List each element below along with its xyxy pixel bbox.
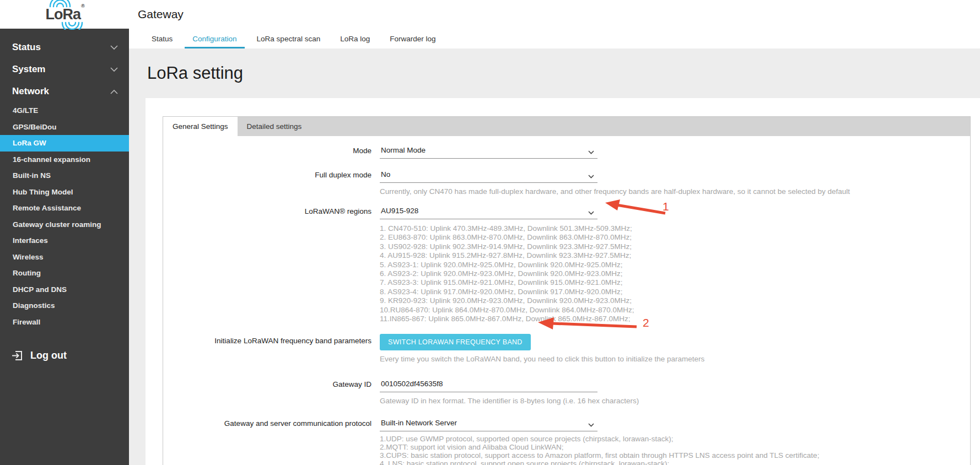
settings-tab-label: Detailed settings	[247, 122, 302, 131]
protocol-label: Gateway and server communication protoco…	[163, 417, 380, 428]
lora-logo-waves-bottom-icon	[60, 21, 85, 30]
protocol-select-value: Built-in Network Server	[381, 419, 457, 427]
page-tab[interactable]: Configuration	[182, 29, 246, 48]
sidebar-item[interactable]: Firewall	[0, 314, 129, 331]
page-tab-label: Status	[152, 35, 173, 43]
sidebar-item-label: Routing	[13, 269, 41, 277]
sidebar-item-label: Diagnostics	[13, 301, 55, 310]
sidebar-section-status[interactable]: Status	[0, 36, 129, 58]
full-duplex-select[interactable]: No	[380, 168, 597, 183]
logo-text: LoRa	[45, 6, 80, 23]
regions-help-line: 1. CN470-510: Uplink 470.3MHz-489.3MHz, …	[380, 224, 970, 233]
protocol-select[interactable]: Built-in Network Server	[380, 417, 597, 431]
settings-tab[interactable]: General Settings	[163, 117, 238, 136]
sidebar-item-label: 16-channel expansion	[13, 155, 90, 164]
mode-label: Mode	[163, 144, 380, 155]
regions-help-line: 9. KR920-923: Uplink 920.0MHz-923.0MHz, …	[380, 296, 970, 305]
sidebar-item-label: Remote Assistance	[13, 204, 81, 212]
form-row-mode: Mode Normal Mode	[163, 144, 970, 159]
page-tab[interactable]: Status	[142, 29, 182, 48]
protocol-help-line: 2.MQTT: support iot vision and Alibaba C…	[380, 444, 970, 452]
chevron-down-icon	[110, 45, 118, 50]
full-duplex-help: Currently, only CN470 has made full-dupl…	[380, 187, 970, 196]
settings-tabs: General Settings Detailed settings	[163, 117, 970, 136]
full-duplex-select-value: No	[381, 170, 390, 179]
regions-help-line: 4. AU915-928: Uplink 915.2MHz-927.8MHz, …	[380, 251, 970, 260]
regions-select[interactable]: AU915-928	[380, 204, 597, 219]
sidebar-item[interactable]: DHCP and DNS	[0, 282, 129, 298]
regions-help-line: 7. AS923-3: Uplink 915.0MHz-921.0MHz, Do…	[380, 278, 970, 287]
page-title: LoRa setting	[147, 63, 243, 83]
sidebar-item[interactable]: GPS/BeiDou	[0, 119, 129, 136]
switch-lorawan-band-button[interactable]: SWITCH LORAWAN FREQUENCY BAND	[380, 334, 531, 350]
regions-select-value: AU915-928	[381, 207, 418, 215]
protocol-help-line: 3.CUPS: basic station protocol, support …	[380, 452, 970, 460]
page-tab-label: LoRa log	[340, 35, 370, 43]
form-row-gateway-id: Gateway ID Gateway ID in hex format. The…	[163, 377, 970, 405]
sidebar-item-label: DHCP and DNS	[13, 285, 67, 294]
page-tab-label: Configuration	[192, 35, 236, 43]
page-tab[interactable]: Forwarder log	[380, 29, 445, 48]
sidebar-item[interactable]: Remote Assistance	[0, 200, 129, 217]
protocol-help-line: 4. LNS: basic station protocol, support …	[380, 460, 970, 465]
sidebar-item[interactable]: Diagnostics	[0, 298, 129, 314]
sidebar-item[interactable]: Gateway cluster roaming	[0, 217, 129, 233]
chevron-up-icon	[110, 89, 118, 94]
regions-help-line: 3. US902-928: Uplink 902.3MHz-914.9MHz, …	[380, 242, 970, 251]
chevron-down-icon	[110, 67, 118, 72]
regions-help-line: 5. AS923-1: Uplink 920.0MHz-925.0MHz, Do…	[380, 261, 970, 269]
gateway-id-label: Gateway ID	[163, 377, 380, 388]
logout-button[interactable]: Log out	[0, 344, 129, 366]
app-title: Gateway	[138, 0, 184, 29]
chevron-down-icon	[588, 148, 594, 156]
gateway-id-help: Gateway ID in hex format. The identifier…	[380, 397, 970, 405]
sidebar-item-label: Interfaces	[13, 236, 48, 245]
full-duplex-label: Full duplex mode	[163, 168, 380, 179]
chevron-down-icon	[588, 208, 594, 217]
regions-help-line: 10.RU864-870: Uplink 864.0MHz-870.0MHz, …	[380, 306, 970, 315]
protocol-help-list: 1.UDP: use GWMP protocol, supported open…	[380, 435, 970, 465]
sidebar-item-label: LoRa GW	[13, 139, 46, 147]
page: LoRa® Gateway Status System	[0, 0, 980, 465]
sidebar-item[interactable]: 16-channel expansion	[0, 152, 129, 168]
regions-help-list: 1. CN470-510: Uplink 470.3MHz-489.3MHz, …	[380, 224, 970, 323]
sidebar-item[interactable]: Hub Thing Model	[0, 184, 129, 201]
top-header: LoRa® Gateway	[0, 0, 980, 29]
sidebar-item[interactable]: Built-in NS	[0, 167, 129, 184]
content-panel: General Settings Detailed settings Mode …	[146, 98, 980, 465]
sidebar-item[interactable]: Wireless	[0, 249, 129, 266]
sidebar-network-items: 4G/LTE GPS/BeiDou LoRa GW 16-channel exp…	[0, 102, 129, 330]
lora-logo: LoRa®	[0, 0, 129, 29]
annotation-step-1: 1	[663, 200, 669, 213]
sidebar: Status System Network 4G/LTE	[0, 29, 129, 465]
regions-label: LoRaWAN® regions	[163, 204, 380, 215]
settings-tab[interactable]: Detailed settings	[238, 117, 311, 136]
annotation-step-2: 2	[643, 316, 649, 329]
chevron-down-icon	[588, 420, 594, 429]
sidebar-item[interactable]: 4G/LTE	[0, 102, 129, 119]
main-content: Status Configuration LoRa spectral scan …	[129, 29, 980, 465]
chevron-down-icon	[588, 172, 594, 180]
mode-select[interactable]: Normal Mode	[380, 144, 597, 159]
page-tabs: Status Configuration LoRa spectral scan …	[129, 29, 980, 48]
init-band-help: Every time you switch the LoRaWAN band, …	[380, 355, 970, 363]
form-row-protocol: Gateway and server communication protoco…	[163, 417, 970, 465]
general-settings-form: Mode Normal Mode Full duplex mode	[163, 136, 970, 465]
sidebar-section-network[interactable]: Network	[0, 80, 129, 102]
page-tab[interactable]: LoRa log	[330, 29, 380, 48]
form-row-init-band: Initialize LoRaWAN frequency band parame…	[163, 334, 970, 363]
sidebar-item[interactable]: Interfaces	[0, 233, 129, 249]
sidebar-section-system[interactable]: System	[0, 58, 129, 80]
sidebar-item-label: Gateway cluster roaming	[13, 220, 101, 229]
sidebar-item[interactable]: Routing	[0, 265, 129, 282]
sidebar-item[interactable]: LoRa GW	[0, 135, 129, 152]
title-band: LoRa setting	[129, 48, 980, 98]
init-band-label: Initialize LoRaWAN frequency band parame…	[163, 334, 380, 345]
sidebar-item-label: Wireless	[13, 253, 43, 261]
page-tab[interactable]: LoRa spectral scan	[247, 29, 331, 48]
gateway-id-input[interactable]	[380, 377, 597, 392]
settings-card: General Settings Detailed settings Mode …	[163, 116, 971, 465]
page-tab-label: LoRa spectral scan	[257, 35, 321, 43]
regions-help-line: 6. AS923-2: Uplink 920.0MHz-923.0MHz, Do…	[380, 269, 970, 278]
logout-label: Log out	[30, 350, 67, 361]
